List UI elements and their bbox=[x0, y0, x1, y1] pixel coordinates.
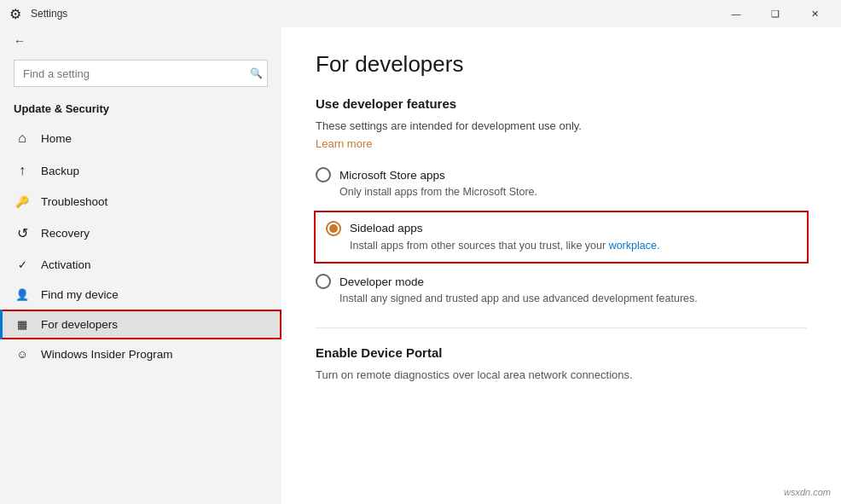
sidebar-item-recovery[interactable]: ↺ Recovery bbox=[0, 217, 281, 250]
option-developer-mode: Developer mode Install any signed and tr… bbox=[316, 274, 807, 307]
titlebar-title: Settings bbox=[31, 8, 716, 20]
sidebar: ← 🔍 Update & Security ⌂ Home ↑ Backup 🔑 … bbox=[0, 27, 281, 504]
sidebar-item-home[interactable]: ⌂ Home bbox=[0, 122, 281, 154]
search-container: 🔍 bbox=[14, 60, 268, 87]
backup-icon: ↑ bbox=[14, 163, 31, 178]
search-input[interactable] bbox=[14, 60, 268, 87]
option-microsoft-store-row: Microsoft Store apps bbox=[316, 167, 807, 182]
use-developer-features-desc: These settings are intended for developm… bbox=[316, 119, 807, 132]
back-arrow-icon: ← bbox=[14, 34, 26, 48]
option-sideload-apps-desc: Install apps from other sources that you… bbox=[350, 239, 797, 254]
section-title: Update & Security bbox=[0, 99, 281, 122]
settings-icon: ⚙ bbox=[7, 6, 24, 22]
sidebar-item-activation[interactable]: ✓ Activation bbox=[0, 250, 281, 280]
workplace-link[interactable]: workplace. bbox=[609, 240, 660, 252]
sidebar-item-home-label: Home bbox=[41, 132, 72, 145]
option-developer-mode-label: Developer mode bbox=[339, 275, 424, 288]
radio-developer-mode[interactable] bbox=[316, 274, 331, 289]
option-microsoft-store-label: Microsoft Store apps bbox=[339, 169, 445, 182]
option-sideload-apps: Sideload apps Install apps from other so… bbox=[314, 211, 809, 264]
sidebar-item-for-developers-label: For developers bbox=[41, 318, 118, 331]
home-icon: ⌂ bbox=[14, 130, 31, 146]
radio-microsoft-store[interactable] bbox=[316, 167, 331, 182]
main-container: ← 🔍 Update & Security ⌂ Home ↑ Backup 🔑 … bbox=[0, 27, 841, 504]
titlebar-controls: — ❑ ✕ bbox=[716, 0, 834, 27]
sidebar-item-backup-label: Backup bbox=[41, 165, 79, 177]
search-icon[interactable]: 🔍 bbox=[250, 67, 263, 79]
option-developer-mode-desc: Install any signed and trusted app and u… bbox=[339, 292, 807, 307]
back-button[interactable]: ← bbox=[0, 27, 281, 55]
sidebar-item-recovery-label: Recovery bbox=[41, 227, 90, 240]
minimize-button[interactable]: — bbox=[716, 0, 756, 27]
option-microsoft-store: Microsoft Store apps Only install apps f… bbox=[316, 167, 807, 200]
option-developer-mode-row: Developer mode bbox=[316, 274, 807, 289]
sidebar-item-troubleshoot[interactable]: 🔑 Troubleshoot bbox=[0, 187, 281, 217]
sidebar-item-activation-label: Activation bbox=[41, 258, 91, 271]
enable-device-portal-section: Enable Device Portal Turn on remote diag… bbox=[316, 327, 807, 381]
sidebar-item-troubleshoot-label: Troubleshoot bbox=[41, 195, 107, 208]
sidebar-item-windows-insider-label: Windows Insider Program bbox=[41, 348, 173, 361]
for-developers-icon: ▦ bbox=[14, 318, 31, 331]
windows-insider-icon: ☺ bbox=[14, 348, 31, 361]
maximize-button[interactable]: ❑ bbox=[756, 0, 795, 27]
activation-icon: ✓ bbox=[14, 258, 31, 271]
troubleshoot-icon: 🔑 bbox=[14, 195, 31, 208]
recovery-icon: ↺ bbox=[14, 225, 31, 241]
sidebar-item-find-my-device-label: Find my device bbox=[41, 288, 119, 301]
option-microsoft-store-desc: Only install apps from the Microsoft Sto… bbox=[339, 185, 807, 200]
sidebar-item-windows-insider[interactable]: ☺ Windows Insider Program bbox=[0, 339, 281, 369]
learn-more-link[interactable]: Learn more bbox=[316, 137, 372, 150]
watermark: wsxdn.com bbox=[784, 487, 831, 497]
page-title: For developers bbox=[316, 51, 807, 78]
sidebar-item-backup[interactable]: ↑ Backup bbox=[0, 154, 281, 187]
close-button[interactable]: ✕ bbox=[795, 0, 834, 27]
enable-device-portal-heading: Enable Device Portal bbox=[316, 345, 807, 360]
radio-sideload-apps[interactable] bbox=[326, 221, 341, 236]
sidebar-item-for-developers[interactable]: ▦ For developers bbox=[0, 310, 281, 339]
use-developer-features-heading: Use developer features bbox=[316, 96, 807, 111]
option-sideload-apps-row: Sideload apps bbox=[326, 221, 797, 236]
sidebar-item-find-my-device[interactable]: 👤 Find my device bbox=[0, 280, 281, 310]
enable-device-portal-desc: Turn on remote diagnostics over local ar… bbox=[316, 368, 807, 381]
option-sideload-apps-label: Sideload apps bbox=[350, 222, 423, 235]
titlebar: ⚙ Settings — ❑ ✕ bbox=[0, 0, 841, 27]
developer-options: Microsoft Store apps Only install apps f… bbox=[316, 167, 807, 307]
content-area: For developers Use developer features Th… bbox=[281, 27, 841, 504]
find-my-device-icon: 👤 bbox=[14, 288, 31, 301]
